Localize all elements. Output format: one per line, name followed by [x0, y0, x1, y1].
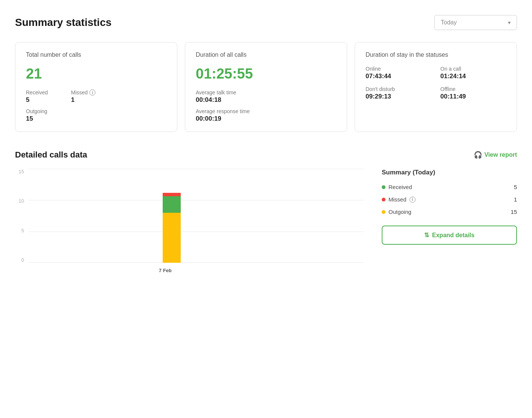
chart-plot: 7 Feb: [29, 169, 364, 263]
chart-container: 15 10 5 0: [15, 169, 364, 274]
received-value: 5: [26, 96, 56, 104]
outgoing-label: Outgoing: [26, 108, 56, 114]
summary-missed-info-icon: i: [410, 197, 416, 203]
missed-info-icon: i: [89, 89, 95, 95]
dont-disturb-value: 09:29:13: [366, 93, 431, 100]
bar-missed: [163, 193, 181, 196]
avg-response-row: Average response time 00:00:19: [196, 108, 336, 123]
duration-calls-card: Duration of all calls 01:25:55 Average t…: [185, 42, 347, 132]
offline-item: Offline 00:11:49: [440, 86, 506, 100]
duration-calls-value: 01:25:55: [196, 66, 336, 82]
section-header: Detailed calls data 🎧 View report: [15, 150, 517, 160]
summary-outgoing-value: 15: [511, 209, 517, 215]
y-label-10: 10: [19, 198, 24, 204]
summary-received-label: Received: [388, 184, 412, 190]
statuses-grid: Online 07:43:44 On a call 01:24:14 Don't…: [366, 66, 506, 100]
chart-y-axis: 15 10 5 0: [15, 169, 26, 263]
duration-calls-details: Average talk time 00:04:18 Average respo…: [196, 89, 336, 123]
summary-missed-row: Missed i 1: [382, 196, 517, 203]
summary-missed-value: 1: [514, 196, 517, 203]
chart-area: 15 10 5 0: [15, 169, 364, 274]
y-label-15: 15: [19, 169, 24, 174]
summary-rows: Received 5 Missed i 1 Outgoing: [382, 184, 517, 215]
dont-disturb-item: Don't disturb 09:29:13: [366, 86, 431, 100]
avg-response-value: 00:00:19: [196, 115, 250, 123]
x-label-feb7: 7 Feb: [159, 268, 172, 273]
outgoing-item: Outgoing 15: [26, 108, 56, 123]
total-calls-card: Total number of calls 21 Received 5 Miss…: [15, 42, 177, 132]
bar-group-feb7: 7 Feb: [163, 193, 181, 263]
summary-title: Summary (Today): [382, 169, 517, 176]
view-report-button[interactable]: 🎧 View report: [474, 151, 517, 159]
stats-cards: Total number of calls 21 Received 5 Miss…: [15, 42, 517, 132]
date-selector[interactable]: Today ▾: [434, 15, 517, 30]
avg-talk-value: 00:04:18: [196, 96, 236, 104]
y-label-5: 5: [21, 228, 24, 233]
summary-missed-left: Missed i: [382, 196, 416, 203]
avg-talk-row: Average talk time 00:04:18: [196, 89, 336, 104]
online-label: Online: [366, 66, 431, 72]
avg-response-label: Average response time: [196, 108, 250, 114]
outgoing-dot: [382, 210, 385, 214]
total-calls-details: Received 5 Missed i 1 Outgoing 15: [26, 89, 166, 123]
page-header: Summary statistics Today ▾: [15, 15, 517, 30]
grid-line-10: [29, 200, 364, 200]
summary-received-value: 5: [514, 184, 517, 190]
summary-outgoing-left: Outgoing: [382, 209, 411, 215]
dont-disturb-label: Don't disturb: [366, 86, 431, 92]
outgoing-value: 15: [26, 115, 56, 123]
grid-line-15: [29, 169, 364, 169]
avg-talk-item: Average talk time 00:04:18: [196, 89, 236, 104]
expand-button-label: Expand details: [432, 232, 475, 239]
avg-talk-label: Average talk time: [196, 89, 236, 95]
total-calls-title: Total number of calls: [26, 51, 166, 58]
on-call-label: On a call: [440, 66, 506, 72]
total-calls-value: 21: [26, 66, 166, 82]
bar-received: [163, 196, 181, 213]
expand-icon: ⇅: [424, 232, 429, 239]
detailed-calls-section: Detailed calls data 🎧 View report 15 10 …: [15, 150, 517, 274]
received-label: Received: [26, 89, 56, 95]
duration-statuses-title: Duration of stay in the statuses: [366, 51, 506, 58]
received-item: Received 5: [26, 89, 56, 104]
avg-response-item: Average response time 00:00:19: [196, 108, 250, 123]
missed-dot: [382, 198, 385, 201]
online-item: Online 07:43:44: [366, 66, 431, 80]
summary-outgoing-row: Outgoing 15: [382, 209, 517, 215]
page-title: Summary statistics: [15, 17, 112, 29]
summary-outgoing-label: Outgoing: [388, 209, 411, 215]
on-call-item: On a call 01:24:14: [440, 66, 506, 80]
summary-received-left: Received: [382, 184, 412, 190]
missed-label: Missed i: [71, 89, 101, 95]
offline-value: 00:11:49: [440, 93, 506, 100]
bar-outgoing: [163, 213, 181, 263]
received-missed-row: Received 5 Missed i 1: [26, 89, 166, 104]
online-value: 07:43:44: [366, 73, 431, 80]
grid-line-5: [29, 232, 364, 232]
y-label-0: 0: [21, 257, 24, 263]
duration-calls-title: Duration of all calls: [196, 51, 336, 58]
headset-icon: 🎧: [474, 151, 482, 159]
missed-item: Missed i 1: [71, 89, 101, 104]
offline-label: Offline: [440, 86, 506, 92]
view-report-label: View report: [484, 151, 517, 158]
summary-panel: Summary (Today) Received 5 Missed i 1: [382, 169, 517, 274]
summary-received-row: Received 5: [382, 184, 517, 190]
detailed-title: Detailed calls data: [15, 150, 87, 160]
chevron-down-icon: ▾: [508, 20, 511, 26]
summary-missed-label: Missed: [388, 196, 407, 203]
expand-details-button[interactable]: ⇅ Expand details: [382, 226, 517, 245]
missed-value: 1: [71, 96, 101, 104]
date-selector-label: Today: [441, 19, 457, 26]
chart-section: 15 10 5 0: [15, 169, 517, 274]
outgoing-row: Outgoing 15: [26, 108, 166, 123]
received-dot: [382, 185, 385, 189]
grid-line-0: [29, 262, 364, 263]
duration-statuses-card: Duration of stay in the statuses Online …: [355, 42, 517, 132]
on-call-value: 01:24:14: [440, 73, 506, 80]
